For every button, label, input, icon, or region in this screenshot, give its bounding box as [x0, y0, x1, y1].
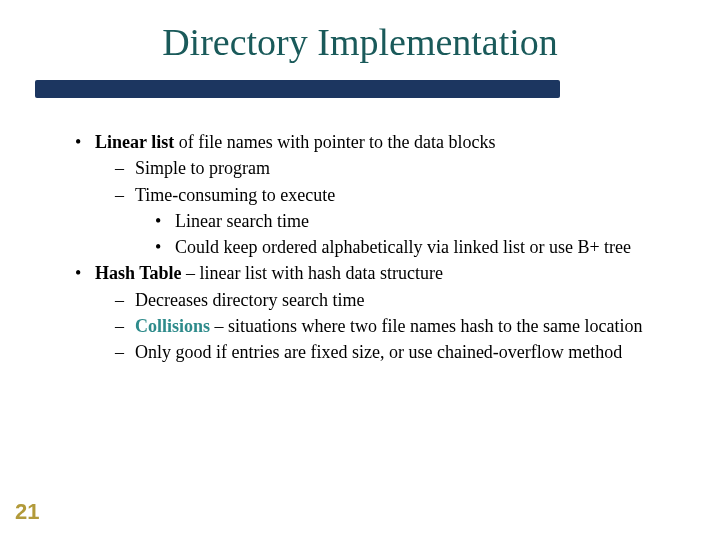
bullet-linear-search: Linear search time — [75, 209, 680, 233]
bullet-fixed-size: Only good if entries are fixed size, or … — [75, 340, 680, 364]
slide: Directory Implementation Linear list of … — [0, 0, 720, 540]
bullet-term: Linear list — [95, 132, 174, 152]
bullet-text: Time-consuming to execute — [135, 185, 335, 205]
bullet-text: Only good if entries are fixed size, or … — [135, 342, 622, 362]
bullet-text: Could keep ordered alphabetically via li… — [175, 237, 631, 257]
content-area: Linear list of file names with pointer t… — [75, 130, 680, 367]
bullet-simple: Simple to program — [75, 156, 680, 180]
slide-title: Directory Implementation — [0, 20, 720, 64]
bullet-text: Decreases directory search time — [135, 290, 364, 310]
bullet-text: – linear list with hash data structure — [182, 263, 443, 283]
bullet-text: Linear search time — [175, 211, 309, 231]
bullet-time-consuming: Time-consuming to execute — [75, 183, 680, 207]
bullet-text: of file names with pointer to the data b… — [174, 132, 495, 152]
slide-number: 21 — [15, 499, 39, 525]
bullet-term: Collisions — [135, 316, 210, 336]
bullet-ordered: Could keep ordered alphabetically via li… — [75, 235, 680, 259]
bullet-collisions: Collisions – situations where two file n… — [75, 314, 680, 338]
bullet-linear-list: Linear list of file names with pointer t… — [75, 130, 680, 154]
title-underline — [35, 80, 560, 98]
bullet-term: Hash Table — [95, 263, 182, 283]
bullet-decreases: Decreases directory search time — [75, 288, 680, 312]
bullet-hash-table: Hash Table – linear list with hash data … — [75, 261, 680, 285]
bullet-text: Simple to program — [135, 158, 270, 178]
bullet-text: – situations where two file names hash t… — [210, 316, 642, 336]
